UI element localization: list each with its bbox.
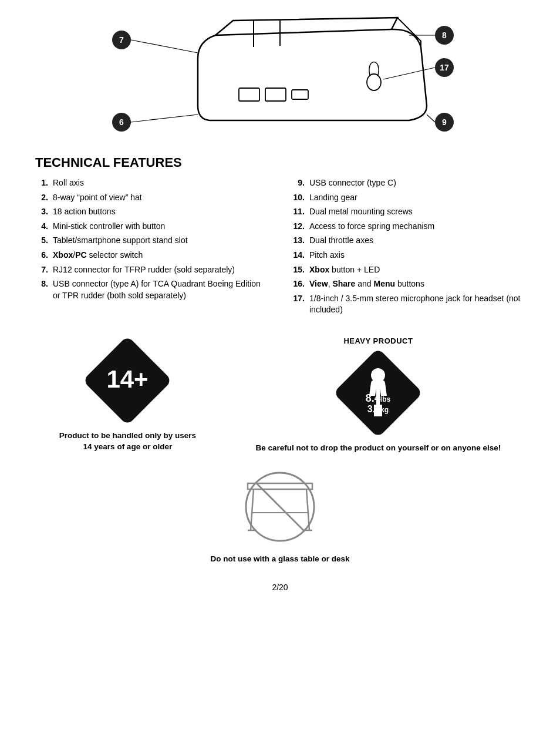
diagram-section: 7 8 17 6 9 (35, 12, 525, 141)
svg-text:8: 8 (442, 31, 447, 40)
list-item: 1. Roll axis (35, 177, 268, 189)
list-item: 12. Access to force spring mechanism (292, 221, 525, 233)
list-item: 6. Xbox/PC selector switch (35, 250, 268, 261)
heavy-label: HEAVY PRODUCT (343, 337, 413, 345)
svg-rect-11 (265, 88, 286, 101)
list-item: 3. 18 action buttons (35, 206, 268, 218)
glass-table-caption: Do not use with a glass table or desk (210, 554, 349, 565)
list-item: 8. USB connector (type A) for TCA Quadra… (35, 278, 268, 301)
list-item: 7. RJ12 connector for TFRP rudder (sold … (35, 264, 268, 276)
heavy-icon-block: HEAVY PRODUCT 8.4lbs 3.8kg Be careful no… (255, 337, 501, 454)
list-item: 4. Mini-stick controller with button (35, 221, 268, 233)
svg-line-16 (383, 68, 435, 79)
svg-text:17: 17 (440, 63, 449, 72)
features-left-col: 1. Roll axis 2. 8-way “point of view” ha… (35, 177, 268, 319)
no-glass-table-icon (233, 466, 327, 548)
svg-point-13 (367, 74, 381, 90)
heavy-icon: 8.4lbs 3.8kg (334, 349, 422, 437)
list-item: 9. USB connector (type C) (292, 177, 525, 189)
section-title: TECHNICAL FEATURES (35, 155, 525, 170)
list-item: 2. 8-way “point of view” hat (35, 192, 268, 204)
svg-rect-10 (239, 88, 259, 101)
icons-section: 14+ Product to be handled only by users … (35, 337, 525, 454)
age-caption: Product to be handled only by users 14 y… (59, 430, 196, 453)
features-right-col: 9. USB connector (type C) 10. Landing ge… (292, 177, 525, 319)
svg-text:3.8kg: 3.8kg (367, 404, 389, 414)
device-diagram: 7 8 17 6 9 (80, 12, 480, 141)
svg-text:9: 9 (442, 117, 447, 127)
list-item: 15. Xbox button + LED (292, 264, 525, 276)
svg-text:7: 7 (119, 35, 124, 45)
list-item: 13. Dual throttle axes (292, 235, 525, 247)
svg-line-17 (131, 115, 198, 122)
list-item: 5. Tablet/smartphone support stand slot (35, 235, 268, 247)
svg-line-18 (427, 115, 435, 122)
svg-text:14+: 14+ (107, 365, 149, 393)
list-item: 16. View, Share and Menu buttons (292, 278, 525, 290)
list-item: 17. 1/8-inch / 3.5-mm stereo microphone … (292, 293, 525, 316)
svg-text:6: 6 (119, 117, 124, 127)
age-14-icon: 14+ (83, 337, 171, 425)
features-grid: 1. Roll axis 2. 8-way “point of view” ha… (35, 177, 525, 319)
svg-rect-12 (292, 90, 308, 99)
list-item: 14. Pitch axis (292, 250, 525, 261)
age-icon-block: 14+ Product to be handled only by users … (59, 337, 196, 453)
list-item: 11. Dual metal mounting screws (292, 206, 525, 218)
heavy-caption: Be careful not to drop the product on yo… (255, 443, 501, 454)
list-item: 10. Landing gear (292, 192, 525, 204)
glass-table-block: Do not use with a glass table or desk (35, 466, 525, 565)
svg-line-14 (131, 40, 198, 53)
page-number: 2/20 (35, 583, 525, 592)
